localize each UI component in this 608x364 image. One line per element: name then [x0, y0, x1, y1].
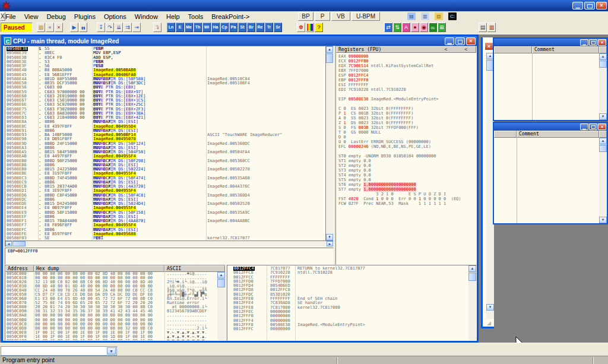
register-line[interactable]: ST0 empty -UNORM B938 01050104 00000000	[338, 154, 476, 159]
open-folder-icon[interactable]: ▨	[435, 12, 443, 20]
stack-row[interactable]: 0012FFD80012FFC8	[227, 288, 468, 292]
stack-row[interactable]: 0012FFF800508E38ImageRed.<ModuleEntryPoi…	[227, 323, 468, 327]
menu-debug[interactable]: Debug	[42, 12, 69, 21]
register-line[interactable]: EAX 00000000	[338, 54, 476, 59]
register-line[interactable]: 3 2 1 0 E S P U O Z D I	[338, 192, 476, 197]
first-column-header[interactable]	[494, 46, 532, 53]
marked-list-icon[interactable]: ▥	[487, 23, 496, 32]
menu-help[interactable]: Help	[162, 12, 184, 21]
register-line[interactable]: A 0 SS 0023 32bit 0(FFFFFFFF)	[338, 116, 476, 121]
stack-row[interactable]: 0012FFD07FFD7000	[227, 280, 468, 284]
register-line[interactable]: ST3 empty 0.0	[338, 168, 476, 173]
first-column-header[interactable]	[494, 131, 517, 138]
comment-window-bottom-body[interactable]: ▲ ▼	[494, 138, 607, 223]
toolbar-window-ln-button[interactable]: Ln	[167, 23, 175, 32]
register-line[interactable]: Z 1 DS 0023 32bit 0(FFFFFFFF)	[338, 121, 476, 125]
restart-icon[interactable]: «	[46, 23, 54, 32]
disasm-row[interactable]: 00508E3E.53PUSH EBX	[5, 60, 325, 64]
stack-row[interactable]: 0012FFFC00000000	[227, 327, 468, 331]
register-line[interactable]: EIP 00508E38 ImageRed.<ModuleEntryPoint>	[338, 97, 476, 102]
assemble-icon[interactable]: A	[402, 23, 410, 32]
dump-vscrollbar[interactable]: ▲	[217, 272, 225, 340]
goto-icon[interactable]: ↴	[153, 23, 162, 32]
register-line[interactable]: EDX 7C90E514 ntdll.KiFastSystemCallRet	[338, 64, 476, 68]
register-line[interactable]: EBP 0012FFF0	[338, 78, 476, 83]
menu-close-button[interactable]: X	[0, 12, 5, 21]
menu-button-bp[interactable]: BP	[298, 12, 314, 21]
register-line[interactable]: D 0	[338, 135, 476, 140]
stack-row[interactable]: 0012FFCCFFFFFFFF	[227, 276, 468, 280]
register-line[interactable]: EDI 7C910228 ntdll.7C910228	[338, 87, 476, 92]
scroll-up-arrow[interactable]: ▲	[326, 46, 333, 53]
register-line[interactable]	[338, 149, 476, 154]
stack-row[interactable]: 0012FFD48054B6ED	[227, 284, 468, 288]
register-line[interactable]: ST5 empty 0.0	[338, 178, 476, 182]
run-icon[interactable]: ▶	[70, 23, 78, 32]
console-icon[interactable]: C:	[448, 12, 457, 20]
registers-pane[interactable]: Registers (FPU) < < EAX 00000000ECX 0012…	[335, 46, 477, 265]
register-line[interactable]: C 0 ES 0023 32bit 0(FFFFFFFF)	[338, 106, 476, 111]
toolbar-window-th-button[interactable]: Th	[194, 23, 202, 32]
scroll-up-arrow[interactable]: ▲	[599, 138, 607, 144]
app-minimize-button[interactable]: ▁	[572, 2, 583, 10]
scroll-down-arrow[interactable]: ▼	[599, 113, 607, 120]
stack-row[interactable]: 0012FFE47C839AD8SE handler	[227, 301, 468, 305]
disassembly-hscrollbar[interactable]: ◄ ►	[5, 240, 334, 247]
scroll-thumb[interactable]	[12, 241, 26, 246]
scroll-right-arrow[interactable]: ►	[327, 241, 333, 246]
cpu-window-title-bar[interactable]: C CPU - main thread, module ImageRed ▁ ×	[3, 36, 477, 46]
open-file-icon[interactable]: ▨	[37, 23, 45, 32]
comment-column-header[interactable]: Comment	[517, 131, 599, 138]
execute-till-return-icon[interactable]: ⇥	[132, 23, 141, 32]
log-list-icon[interactable]: ▤	[479, 23, 487, 32]
scroll-thumb[interactable]	[217, 279, 225, 287]
toolbar-window-pa-button[interactable]: Pa	[229, 23, 238, 32]
background-window[interactable]: × ▲ ▼ ◢	[481, 37, 494, 328]
stack-vscrollbar[interactable]: ▲	[468, 265, 476, 340]
disasm-row[interactable]: 00508E3B.83C4 F0ADD ESP,-10	[5, 56, 325, 60]
toolbar-window-e-button[interactable]: E	[176, 23, 184, 32]
register-line[interactable]: FST 4020 Cond 1 0 0 0 Err 0 0 1 0 0 0 0 …	[338, 197, 476, 201]
scroll-down-arrow[interactable]: ▼	[326, 234, 333, 240]
maximize-button[interactable]	[589, 39, 597, 46]
toolbar-window-wi-button[interactable]: Wi	[202, 23, 211, 32]
cpu-maximize-button[interactable]	[455, 37, 465, 45]
stack-row[interactable]: 0012FFC87C910228ntdll.7C910228	[227, 271, 468, 275]
register-line[interactable]: ST2 empty 0.0	[338, 163, 476, 168]
cpu-minimize-button[interactable]: ▁	[445, 37, 454, 45]
toolbar-window-ha-button[interactable]: Ha	[211, 23, 220, 32]
binary-icon[interactable]: 01	[429, 23, 437, 32]
register-line[interactable]: ST4 empty 0.0	[338, 173, 476, 178]
register-line[interactable]	[338, 92, 476, 97]
scroll-thumb[interactable]	[326, 53, 333, 63]
scroll-up-arrow[interactable]: ▲	[599, 53, 607, 60]
register-line[interactable]: T 0 GS 0000 NULL	[338, 130, 476, 135]
app-title-bar[interactable]: ▁ ×	[0, 0, 608, 11]
disassembly-pane[interactable]: 00508E38$55PUSH EBP00508E39.8BECMOV EBP,…	[5, 46, 325, 241]
scroll-down-arrow[interactable]: ▼	[599, 217, 607, 223]
info-pane[interactable]: EBP=0012FFF0	[5, 248, 334, 265]
menu-button-vb[interactable]: VB	[331, 12, 350, 21]
scroll-thumb[interactable]	[599, 145, 607, 152]
menu-tools[interactable]: Tools	[184, 12, 208, 21]
dump-pane[interactable]: Address Hex dump ASCII 0050C00000 00 00 …	[5, 265, 226, 341]
menu-view[interactable]: View	[20, 12, 43, 21]
toolbar-window-sr-button[interactable]: Sr	[274, 23, 282, 32]
register-line[interactable]: O 0 LastErr ERROR_SUCCESS (00000000)	[338, 140, 476, 144]
register-line[interactable]: ST6 empty 1.0000000000000000000	[338, 182, 476, 187]
app-close-button[interactable]: ×	[596, 2, 607, 10]
updown-icon[interactable]: ⇅	[393, 23, 401, 32]
cpu-close-button[interactable]: ×	[466, 37, 476, 45]
menu-plugins[interactable]: Plugins	[70, 12, 100, 21]
scroll-down-arrow[interactable]: ▼	[486, 304, 494, 311]
toolbar-window-br-button[interactable]: Br	[247, 23, 255, 32]
stack-row[interactable]: 0012FFE87C817080kernel32.7C817080	[227, 306, 468, 310]
record-icon[interactable]: ●	[411, 23, 419, 32]
menu-button-u-bpm[interactable]: U-BPM	[352, 12, 380, 21]
stack-row[interactable]: 0012FFF000000000	[227, 314, 468, 318]
scroll-up-arrow[interactable]: ▲	[217, 272, 225, 278]
scroll-thumb[interactable]	[468, 273, 476, 281]
close-button[interactable]: ×	[598, 124, 606, 130]
combobox-dropdown-button[interactable]: ▼	[107, 347, 116, 354]
register-line[interactable]: EBX 7FFD7000	[338, 68, 476, 73]
